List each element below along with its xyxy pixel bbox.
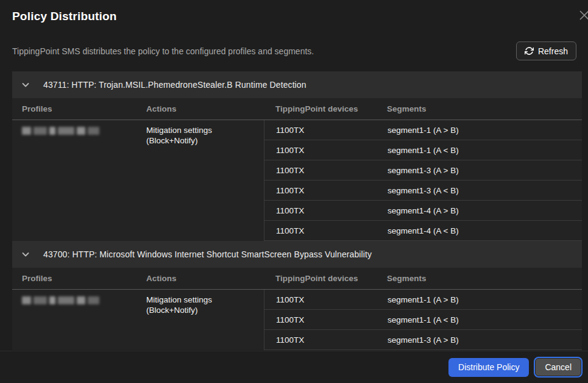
modal-subtitle: TippingPoint SMS distributes the policy … [12, 46, 314, 56]
device-cell: 1100TX [264, 146, 388, 155]
table-row: 1100TX segment1-1 (A > B) [264, 120, 582, 140]
action-text: Mitigation settings [146, 295, 264, 305]
refresh-button[interactable]: Refresh [516, 41, 576, 60]
profile-redacted [22, 296, 139, 305]
segment-cell: segment1-3 (A < B) [388, 186, 582, 195]
page-title: Policy Distribution [12, 10, 117, 23]
section-header-43700[interactable]: 43700: HTTP: Microsoft Windows Internet … [12, 241, 582, 268]
chevron-down-icon[interactable] [21, 80, 30, 90]
profile-cell [12, 290, 146, 350]
actions-cell: Mitigation settings (Block+Notify) [146, 120, 264, 241]
table-row: 1100TX segment1-4 (A < B) [264, 221, 582, 241]
profile-redacted [22, 126, 139, 135]
device-cell: 1100TX [264, 166, 388, 175]
close-button[interactable] [576, 7, 588, 23]
refresh-label: Refresh [538, 46, 568, 56]
distribution-table: Profiles Actions TippingPoint devices Se… [12, 268, 582, 350]
device-segment-subtable: 1100TX segment1-1 (A > B) 1100TX segment… [264, 290, 582, 350]
refresh-icon [525, 46, 534, 55]
device-segment-subtable: 1100TX segment1-1 (A > B) 1100TX segment… [264, 120, 582, 241]
actions-cell: Mitigation settings (Block+Notify) [146, 290, 264, 350]
close-icon [578, 9, 588, 22]
segment-cell: segment1-1 (A > B) [388, 295, 582, 304]
policy-section-43700: 43700: HTTP: Microsoft Windows Internet … [12, 241, 582, 350]
column-header-devices: TippingPoint devices [275, 274, 387, 283]
section-header-43711[interactable]: 43711: HTTP: Trojan.MSIL.PhemedroneSteal… [12, 71, 582, 98]
column-header-actions: Actions [146, 104, 275, 113]
section-title: 43711: HTTP: Trojan.MSIL.PhemedroneSteal… [43, 80, 306, 90]
table-row: 1100TX segment1-1 (A < B) [264, 310, 582, 330]
device-cell: 1100TX [264, 126, 388, 135]
policy-list-scroll-area[interactable]: 43711: HTTP: Trojan.MSIL.PhemedroneSteal… [0, 71, 588, 351]
column-header-segments: Segments [387, 274, 582, 283]
table-row: 1100TX segment1-1 (A < B) [264, 140, 582, 160]
table-row: 1100TX segment1-4 (A > B) [264, 201, 582, 221]
chevron-down-icon[interactable] [21, 249, 30, 259]
table-row: 1100TX segment1-3 (A < B) [264, 181, 582, 201]
cancel-button[interactable]: Cancel [535, 358, 581, 376]
device-cell: 1100TX [264, 295, 388, 304]
segment-cell: segment1-1 (A > B) [388, 126, 582, 135]
segment-cell: segment1-4 (A > B) [388, 206, 582, 215]
segment-cell: segment1-1 (A < B) [388, 315, 582, 324]
column-header-actions: Actions [146, 274, 275, 283]
column-header-segments: Segments [387, 104, 582, 113]
device-cell: 1100TX [264, 335, 388, 345]
action-detail: (Block+Notify) [146, 135, 264, 146]
segment-cell: segment1-3 (A > B) [388, 166, 582, 175]
policy-section-43711: 43711: HTTP: Trojan.MSIL.PhemedroneSteal… [12, 71, 582, 241]
column-header-devices: TippingPoint devices [275, 104, 387, 113]
column-header-profiles: Profiles [12, 274, 146, 283]
distribution-table: Profiles Actions TippingPoint devices Se… [12, 98, 582, 241]
distribute-policy-button[interactable]: Distribute Policy [448, 358, 529, 377]
device-cell: 1100TX [264, 186, 388, 195]
profile-cell [12, 120, 146, 241]
device-cell: 1100TX [264, 226, 388, 235]
device-cell: 1100TX [264, 315, 388, 324]
table-row: 1100TX segment1-3 (A > B) [264, 330, 582, 350]
segment-cell: segment1-4 (A < B) [388, 226, 582, 235]
section-title: 43700: HTTP: Microsoft Windows Internet … [43, 249, 372, 259]
modal-footer: Distribute Policy Cancel [0, 351, 588, 383]
segment-cell: segment1-3 (A > B) [388, 335, 582, 345]
table-body: Mitigation settings (Block+Notify) 1100T… [12, 290, 582, 350]
policy-distribution-modal: { "modal": { "title": "Policy Distributi… [0, 0, 588, 383]
table-body: Mitigation settings (Block+Notify) 1100T… [12, 120, 582, 241]
device-cell: 1100TX [264, 206, 388, 215]
column-header-profiles: Profiles [12, 104, 146, 113]
table-row: 1100TX segment1-1 (A > B) [264, 290, 582, 310]
table-row: 1100TX segment1-3 (A > B) [264, 160, 582, 181]
segment-cell: segment1-1 (A < B) [388, 146, 582, 155]
action-detail: (Block+Notify) [146, 305, 264, 315]
modal-header: Policy Distribution TippingPoint SMS dis… [0, 0, 588, 71]
action-text: Mitigation settings [146, 125, 264, 135]
table-column-headers: Profiles Actions TippingPoint devices Se… [12, 268, 582, 290]
table-column-headers: Profiles Actions TippingPoint devices Se… [12, 98, 582, 120]
